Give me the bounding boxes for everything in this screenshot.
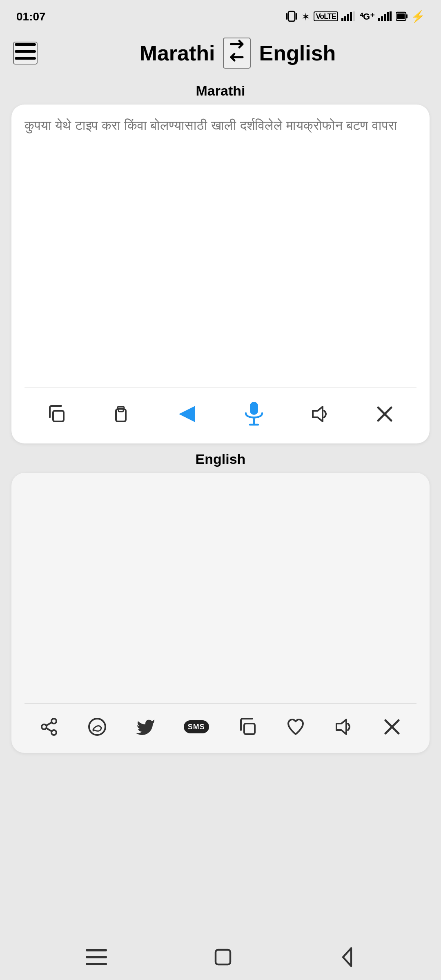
svg-rect-9 <box>381 16 383 21</box>
svg-rect-42 <box>216 950 230 964</box>
svg-rect-11 <box>387 12 389 21</box>
svg-rect-35 <box>244 724 255 734</box>
paste-icon <box>111 404 131 424</box>
send-icon <box>175 403 198 425</box>
lte-icon: VoLTE <box>314 11 339 21</box>
svg-rect-21 <box>118 409 123 412</box>
battery-icon <box>396 11 408 22</box>
svg-rect-16 <box>15 43 36 46</box>
mic-icon <box>243 401 266 427</box>
charging-icon: ⚡ <box>411 10 425 23</box>
vibrate-icon <box>285 11 298 22</box>
svg-rect-19 <box>53 411 64 421</box>
source-text-input[interactable] <box>24 116 416 377</box>
favorite-button[interactable] <box>281 712 310 742</box>
input-card <box>11 105 430 443</box>
whatsapp-icon <box>87 717 107 737</box>
svg-rect-4 <box>345 16 347 21</box>
svg-rect-41 <box>85 963 107 965</box>
copy-output-button[interactable] <box>233 712 262 742</box>
copy-source-button[interactable] <box>42 399 71 429</box>
status-time: 01:07 <box>16 10 46 23</box>
whatsapp-button[interactable] <box>82 712 111 742</box>
svg-rect-15 <box>397 13 405 19</box>
twitter-button[interactable] <box>131 712 160 742</box>
share-button[interactable] <box>34 712 63 742</box>
svg-rect-18 <box>15 57 36 60</box>
target-language-label: English <box>11 443 430 473</box>
nav-home-icon <box>212 947 234 968</box>
svg-line-33 <box>46 722 51 726</box>
svg-rect-10 <box>384 14 386 21</box>
speaker-source-button[interactable] <box>305 399 335 429</box>
sms-icon: SMS <box>184 720 209 733</box>
svg-point-34 <box>89 719 105 735</box>
svg-rect-8 <box>378 18 380 21</box>
svg-rect-0 <box>286 13 287 20</box>
svg-rect-7 <box>353 11 355 21</box>
toolbar-title: Marathi English <box>47 38 428 69</box>
input-actions <box>24 387 416 435</box>
clear-output-button[interactable] <box>378 712 407 742</box>
nav-back-button[interactable] <box>339 947 356 968</box>
svg-rect-6 <box>350 12 352 21</box>
svg-rect-2 <box>296 13 297 20</box>
copy-output-icon <box>238 717 257 737</box>
close-icon <box>374 404 394 424</box>
network-icon: ⁴G⁺ <box>360 11 375 22</box>
output-card: SMS <box>11 473 430 753</box>
nav-menu-button[interactable] <box>85 949 107 965</box>
svg-marker-36 <box>336 719 346 734</box>
swap-languages-button[interactable] <box>223 38 251 69</box>
clear-source-button[interactable] <box>370 399 399 429</box>
svg-rect-5 <box>347 14 350 21</box>
heart-icon <box>286 717 305 737</box>
speaker-output-button[interactable] <box>329 712 359 742</box>
nav-bar <box>0 934 441 980</box>
output-text <box>24 484 416 697</box>
svg-rect-14 <box>406 14 408 18</box>
clear-output-icon <box>383 717 402 737</box>
svg-rect-40 <box>85 956 107 958</box>
speaker-output-icon <box>334 717 354 737</box>
svg-marker-26 <box>313 407 323 421</box>
output-actions: SMS <box>24 703 416 745</box>
nav-back-icon <box>339 947 356 968</box>
svg-line-32 <box>46 728 51 731</box>
mic-button[interactable] <box>238 396 271 432</box>
nav-menu-icon <box>85 949 107 965</box>
svg-rect-39 <box>85 949 107 951</box>
translate-button[interactable] <box>170 398 203 430</box>
twitter-icon <box>136 717 155 737</box>
swap-icon <box>225 39 249 62</box>
source-lang-label: Marathi <box>140 40 215 66</box>
sms-button[interactable]: SMS <box>179 715 214 738</box>
main-content: Marathi <box>0 77 441 753</box>
status-bar: 01:07 ✶ VoLTE ⁴G⁺ ⚡ <box>0 0 441 29</box>
status-icons: ✶ VoLTE ⁴G⁺ ⚡ <box>285 10 425 23</box>
signal-icon <box>342 11 356 21</box>
bluetooth-icon: ✶ <box>301 10 310 22</box>
svg-rect-12 <box>390 11 392 21</box>
toolbar: Marathi English <box>0 29 441 77</box>
svg-rect-17 <box>15 50 36 53</box>
paste-button[interactable] <box>106 399 136 429</box>
share-icon <box>39 717 58 737</box>
svg-rect-23 <box>250 402 258 415</box>
target-lang-label: English <box>259 40 336 66</box>
signal-icon-2 <box>378 11 393 21</box>
svg-marker-43 <box>343 948 352 966</box>
svg-marker-22 <box>178 406 195 422</box>
nav-home-button[interactable] <box>212 947 234 968</box>
menu-button[interactable] <box>13 42 38 65</box>
speaker-icon <box>310 404 330 424</box>
svg-rect-1 <box>288 11 295 21</box>
source-language-label: Marathi <box>11 77 430 105</box>
copy-icon <box>47 404 67 424</box>
hamburger-icon <box>15 43 36 60</box>
svg-rect-3 <box>342 18 344 21</box>
